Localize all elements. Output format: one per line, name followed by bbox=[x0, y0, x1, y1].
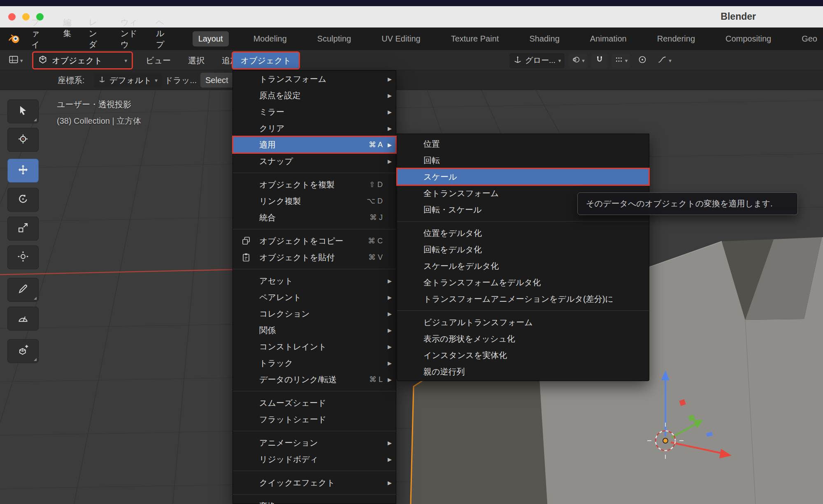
menu-item-label: スケールをデルタ化 bbox=[423, 261, 499, 272]
menu-item-ビジュアルトランスフォーム[interactable]: ビジュアルトランスフォーム bbox=[397, 314, 649, 331]
menu-item-統合[interactable]: 統合⌘ J bbox=[233, 209, 396, 226]
pivot-point-dropdown[interactable]: ▾ bbox=[569, 53, 587, 68]
menu-item-label: 親の逆行列 bbox=[423, 366, 465, 377]
menu-item-リンク複製[interactable]: リンク複製⌥ D bbox=[233, 193, 396, 209]
tool-measure-button[interactable] bbox=[7, 307, 39, 331]
menu-item-回転[interactable]: 回転 bbox=[397, 152, 649, 169]
menu-item-label: ミラー bbox=[259, 106, 284, 118]
workspace-tab-uv-editing[interactable]: UV Editing bbox=[376, 31, 426, 46]
menu-item-トランスフォームアニメーションをデルタ(差分)に[interactable]: トランスフォームアニメーションをデルタ(差分)に bbox=[397, 291, 649, 307]
menu-item-label: 位置 bbox=[423, 139, 440, 150]
menu-item-トラック[interactable]: トラック▶ bbox=[233, 355, 396, 371]
menu-item-データのリンク/転送[interactable]: データのリンク/転送⌘ L▶ bbox=[233, 371, 396, 388]
blender-logo-icon[interactable] bbox=[7, 32, 21, 46]
close-window-button[interactable] bbox=[8, 13, 16, 21]
editor-type-selector[interactable]: ▾ bbox=[6, 53, 30, 68]
move-icon bbox=[17, 164, 29, 177]
menu-item-コレクション[interactable]: コレクション▶ bbox=[233, 305, 396, 322]
object-mode-cube-icon bbox=[38, 55, 48, 66]
workspace-tab-modeling[interactable]: Modeling bbox=[248, 31, 293, 46]
tool-scale-button[interactable] bbox=[7, 217, 39, 240]
tool-add-cube-button[interactable] bbox=[7, 339, 39, 363]
proportional-editing-toggle[interactable] bbox=[634, 53, 651, 68]
pivot-point-icon bbox=[571, 55, 580, 66]
desktop-top-strip bbox=[0, 0, 823, 6]
menu-item-オブジェクトを貼付[interactable]: オブジェクトを貼付⌘ V bbox=[233, 249, 396, 266]
minimize-window-button[interactable] bbox=[22, 13, 30, 21]
menu-item-アニメーション[interactable]: アニメーション▶ bbox=[233, 435, 396, 451]
menu-item-親の逆行列[interactable]: 親の逆行列 bbox=[397, 363, 649, 380]
snap-toggle-button[interactable] bbox=[591, 53, 608, 68]
mode-selector[interactable]: オブジェクト ▾ bbox=[33, 52, 132, 69]
menu-item-トランスフォーム[interactable]: トランスフォーム▶ bbox=[233, 71, 396, 87]
workspace-tab-compositing[interactable]: Compositing bbox=[720, 31, 777, 46]
tool-cursor-button[interactable] bbox=[7, 128, 39, 152]
tool-transform-button[interactable] bbox=[7, 245, 39, 269]
submenu-arrow-icon: ▶ bbox=[383, 440, 392, 446]
menu-item-アセット[interactable]: アセット▶ bbox=[233, 273, 396, 289]
coordinate-system-dropdown[interactable]: デフォルト ▾ bbox=[94, 73, 162, 88]
menu-item-label: 原点を設定 bbox=[259, 90, 300, 101]
submenu-arrow-icon: ▶ bbox=[383, 456, 392, 462]
menu-item-位置[interactable]: 位置 bbox=[397, 136, 649, 152]
menu-separator bbox=[233, 391, 396, 391]
menu-item-label: フラットシェード bbox=[259, 414, 326, 425]
header-menu-選択[interactable]: 選択 bbox=[182, 53, 210, 69]
menu-item-label: 回転をデルタ化 bbox=[423, 244, 482, 255]
tool-tweak-select-button[interactable] bbox=[7, 99, 39, 123]
menu-item-label: オブジェクトを複製 bbox=[259, 179, 335, 190]
menu-item-関係[interactable]: 関係▶ bbox=[233, 322, 396, 338]
menu-item-位置をデルタ化[interactable]: 位置をデルタ化 bbox=[397, 225, 649, 241]
workspace-tab-shading[interactable]: Shading bbox=[523, 31, 565, 46]
menu-item-ペアレント[interactable]: ペアレント▶ bbox=[233, 289, 396, 305]
menu-item-label: オブジェクトを貼付 bbox=[259, 252, 335, 263]
menu-item-label: クリア bbox=[259, 123, 284, 134]
workspace-tab-animation[interactable]: Animation bbox=[584, 31, 632, 46]
menu-item-label: トラック bbox=[259, 358, 293, 369]
workspace-tab-rendering[interactable]: Rendering bbox=[651, 31, 701, 46]
gizmo-axes-icon bbox=[98, 75, 106, 86]
workspace-tab-texture-paint[interactable]: Texture Paint bbox=[445, 31, 505, 46]
menu-item-原点を設定[interactable]: 原点を設定▶ bbox=[233, 87, 396, 104]
workspace-tab-layout[interactable]: Layout bbox=[193, 31, 229, 46]
menu-item-スムーズシェード[interactable]: スムーズシェード bbox=[233, 395, 396, 411]
menu-item-label: 全トランスフォーム bbox=[423, 188, 499, 199]
tool-annotate-button[interactable] bbox=[7, 278, 39, 302]
menu-item-インスタンスを実体化[interactable]: インスタンスを実体化 bbox=[397, 347, 649, 363]
tweak-select-icon bbox=[17, 105, 29, 118]
header-menu-ビュー[interactable]: ビュー bbox=[140, 53, 177, 69]
menu-item-label: 全トランスフォームをデルタ化 bbox=[423, 277, 541, 288]
menu-item-ミラー[interactable]: ミラー▶ bbox=[233, 104, 396, 120]
snap-settings-dropdown[interactable]: ▾ bbox=[612, 53, 630, 68]
viewport-overlay-text: ユーザー・透視投影 (38) Collection | 立方体 bbox=[57, 99, 141, 127]
menu-separator bbox=[233, 229, 396, 229]
chevron-down-icon: ▾ bbox=[20, 58, 23, 64]
workspace-tab-sculpting[interactable]: Sculpting bbox=[312, 31, 357, 46]
tool-rotate-button[interactable] bbox=[7, 188, 39, 212]
proportional-falloff-dropdown[interactable]: ▾ bbox=[655, 53, 674, 68]
menu-item-表示の形状をメッシュ化[interactable]: 表示の形状をメッシュ化 bbox=[397, 331, 649, 347]
menu-item-クイックエフェクト[interactable]: クイックエフェクト▶ bbox=[233, 474, 396, 491]
menu-item-リジッドボディ[interactable]: リジッドボディ▶ bbox=[233, 451, 396, 467]
workspace-tab-geo[interactable]: Geo bbox=[796, 31, 823, 46]
menu-item-コンストレイント[interactable]: コンストレイント▶ bbox=[233, 338, 396, 355]
menu-item-スナップ[interactable]: スナップ▶ bbox=[233, 153, 396, 169]
paste-icon bbox=[241, 252, 259, 262]
menu-item-label: 位置をデルタ化 bbox=[423, 228, 482, 239]
tool-move-button[interactable] bbox=[7, 159, 39, 183]
menu-item-全トランスフォームをデルタ化[interactable]: 全トランスフォームをデルタ化 bbox=[397, 274, 649, 291]
menu-item-スケールをデルタ化[interactable]: スケールをデルタ化 bbox=[397, 258, 649, 274]
viewport-header-menus: ビュー選択追加 bbox=[140, 52, 244, 69]
menu-item-スケール[interactable]: スケール bbox=[397, 169, 649, 185]
menu-item-オブジェクトをコピー[interactable]: オブジェクトをコピー⌘ C bbox=[233, 233, 396, 249]
menu-item-適用[interactable]: 適用⌘ A▶ bbox=[233, 136, 396, 153]
proportional-editing-icon bbox=[637, 55, 647, 66]
menu-item-クリア[interactable]: クリア▶ bbox=[233, 120, 396, 136]
menu-item-オブジェクトを複製[interactable]: オブジェクトを複製⇧ D bbox=[233, 176, 396, 193]
menu-item-フラットシェード[interactable]: フラットシェード bbox=[233, 411, 396, 428]
transform-orientation-dropdown[interactable]: グロー... ▾ bbox=[509, 53, 565, 68]
menu-item-label: トランスフォームアニメーションをデルタ(差分)に bbox=[423, 294, 614, 305]
menu-item-変換[interactable]: 変換▶ bbox=[233, 498, 396, 504]
object-menu-button[interactable]: オブジェクト bbox=[232, 52, 299, 69]
menu-item-回転をデルタ化[interactable]: 回転をデルタ化 bbox=[397, 241, 649, 258]
